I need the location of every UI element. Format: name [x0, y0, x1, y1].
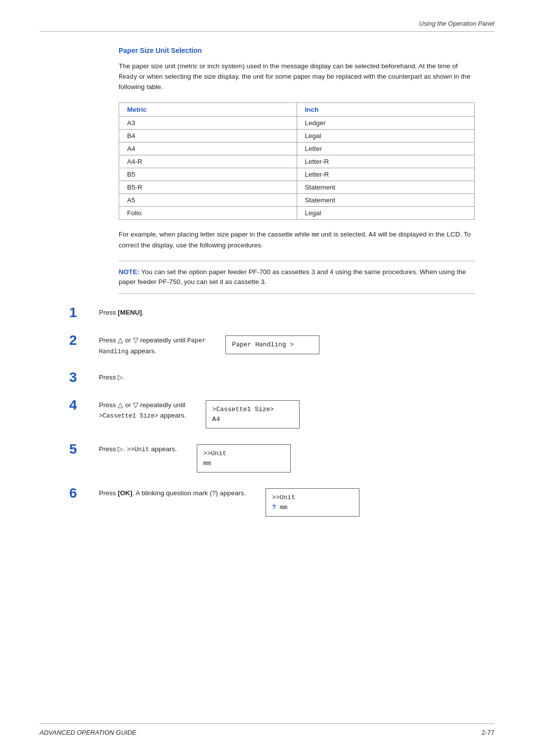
step-4-content: Press △ or ▽ repeatedly until>Cassette1 …: [99, 398, 475, 428]
steps-area: 1 Press [MENU]. 2 Press △ or ▽ repeatedl…: [69, 306, 475, 517]
step-2-display: Paper Handling >: [225, 335, 324, 354]
note-label: NOTE:: [119, 268, 139, 276]
step-6-text: Press [OK]. A blinking question mark (?)…: [99, 488, 246, 499]
step-5-text: Press ▷. >>Unit appears.: [99, 444, 177, 455]
step-2-text: Press △ or ▽ repeatedly until PaperHandl…: [99, 335, 206, 357]
step-4-lcd: >Cassette1 Size>A4: [206, 400, 300, 428]
note-text: You can set the option paper feeder PF-7…: [119, 268, 466, 286]
table-cell-metric: B4: [119, 130, 297, 142]
table-cell-metric: A5: [119, 194, 297, 207]
table-row: FolioLegal: [119, 207, 475, 220]
table-cell-inch: Letter-R: [297, 155, 475, 168]
mm-code: mm: [312, 232, 319, 238]
step-1-content: Press [MENU].: [99, 306, 475, 318]
table-cell-inch: Ledger: [297, 117, 475, 130]
step-3: 3 Press ▷.: [69, 371, 475, 384]
table-cell-inch: Statement: [297, 181, 475, 194]
step-5: 5 Press ▷. >>Unit appears. >>Unitmm: [69, 442, 475, 472]
step-6-lcd: >>Unit? mm: [266, 488, 359, 517]
blink-cursor: ?: [272, 504, 276, 511]
table-cell-metric: A3: [119, 117, 297, 130]
footer-right: 2-77: [482, 729, 494, 736]
col-metric-header: Metric: [119, 103, 297, 117]
header-title: Using the Operation Panel: [419, 20, 494, 27]
step-4-text: Press △ or ▽ repeatedly until>Cassette1 …: [99, 400, 186, 421]
table-cell-metric: A4: [119, 142, 297, 155]
step-6-content: Press [OK]. A blinking question mark (?)…: [99, 486, 475, 517]
step-5-number: 5: [69, 442, 99, 456]
step-2-content: Press △ or ▽ repeatedly until PaperHandl…: [99, 333, 475, 357]
step-6: 6 Press [OK]. A blinking question mark (…: [69, 486, 475, 517]
step-5-content: Press ▷. >>Unit appears. >>Unitmm: [99, 442, 475, 472]
table-row: B5Letter-R: [119, 168, 475, 181]
step-4: 4 Press △ or ▽ repeatedly until>Cassette…: [69, 398, 475, 428]
step-5-code: >>Unit: [127, 446, 149, 453]
table-row: A4Letter: [119, 142, 475, 155]
step-2-lcd: Paper Handling >: [225, 335, 319, 354]
table-cell-inch: Legal: [297, 207, 475, 220]
step-2: 2 Press △ or ▽ repeatedly until PaperHan…: [69, 333, 475, 357]
step-3-number: 3: [69, 371, 99, 384]
step-4-display: >Cassette1 Size>A4: [206, 400, 305, 428]
table-cell-metric: B5: [119, 168, 297, 181]
step-5-lcd: >>Unitmm: [197, 444, 291, 472]
size-table-wrapper: Metric Inch A3LedgerB4LegalA4LetterA4-RL…: [119, 102, 475, 220]
table-cell-inch: Statement: [297, 194, 475, 207]
table-row: A4-RLetter-R: [119, 155, 475, 168]
table-cell-inch: Letter: [297, 142, 475, 155]
size-table: Metric Inch A3LedgerB4LegalA4LetterA4-RL…: [119, 102, 475, 220]
page-footer: ADVANCED OPERATION GUIDE 2-77: [40, 723, 494, 736]
page: Using the Operation Panel Paper Size Uni…: [0, 0, 534, 756]
step-5-display: >>Unitmm: [197, 444, 296, 472]
table-cell-inch: Letter-R: [297, 168, 475, 181]
table-row: B4Legal: [119, 130, 475, 142]
table-cell-inch: Legal: [297, 130, 475, 142]
section-title: Paper Size Unit Selection: [119, 47, 494, 54]
table-row: B5-RStatement: [119, 181, 475, 194]
step-6-display: >>Unit? mm: [266, 488, 364, 517]
step-6-number: 6: [69, 486, 99, 500]
col-inch-header: Inch: [297, 103, 475, 117]
step-4-code: >Cassette1 Size>: [99, 413, 158, 420]
step-2-code1: PaperHandling: [99, 337, 206, 355]
example-text: For example, when placing letter size pa…: [119, 230, 475, 250]
a4-code: A4: [369, 232, 376, 238]
step-1: 1 Press [MENU].: [69, 306, 475, 320]
note-box: NOTE: You can set the option paper feede…: [119, 261, 475, 294]
table-cell-metric: B5-R: [119, 181, 297, 194]
footer-left: ADVANCED OPERATION GUIDE: [40, 729, 136, 736]
table-row: A3Ledger: [119, 117, 475, 130]
intro-text: The paper size unit (metric or inch syst…: [119, 61, 475, 93]
table-row: A5Statement: [119, 194, 475, 207]
step-4-number: 4: [69, 398, 99, 412]
step-1-number: 1: [69, 306, 99, 320]
table-cell-metric: A4-R: [119, 155, 297, 168]
page-header: Using the Operation Panel: [40, 20, 494, 32]
step-3-content: Press ▷.: [99, 371, 475, 383]
step-2-number: 2: [69, 333, 99, 347]
ready-code: Ready: [119, 74, 137, 81]
table-cell-metric: Folio: [119, 207, 297, 220]
